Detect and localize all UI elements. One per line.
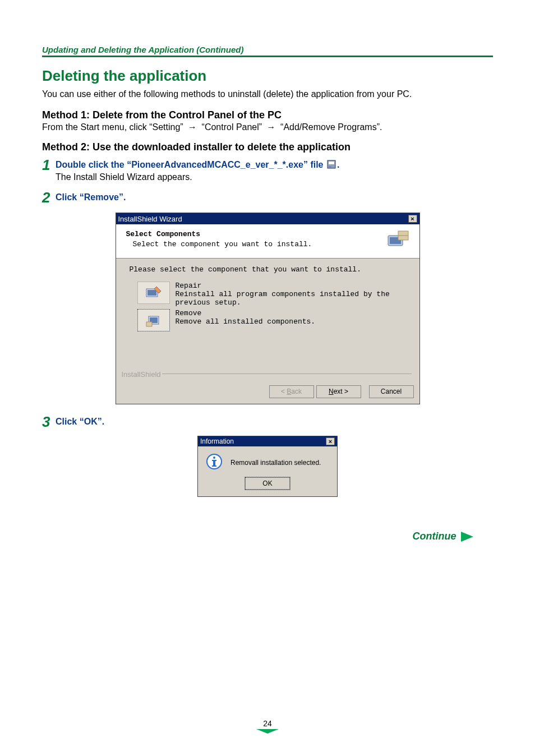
step-1-title-dot: . xyxy=(337,160,339,169)
step-number: 2 xyxy=(42,190,56,205)
info-titlebar: Information × xyxy=(198,436,337,446)
info-title: Information xyxy=(200,437,234,445)
close-icon[interactable]: × xyxy=(408,215,417,223)
method1-p3: “Add/Remove Programs”. xyxy=(280,122,382,132)
step-1-title: Double click the “PioneerAdvancedMCACC_e… xyxy=(56,160,493,171)
step-1-sub: The Install Shield Wizard appears. xyxy=(56,172,493,182)
option-repair[interactable]: Repair Reinstall all program components … xyxy=(126,282,409,307)
wizard-header-title: Select Components xyxy=(126,230,382,238)
svg-rect-16 xyxy=(212,465,216,467)
wizard-instruction: Please select the component that you wan… xyxy=(126,265,409,274)
page-title: Deleting the application xyxy=(42,67,493,85)
svg-text:…: … xyxy=(329,164,331,168)
next-post: ext > xyxy=(334,388,348,395)
remove-desc: Remove all installed components. xyxy=(176,317,316,326)
method1-lead: From the Start menu, click xyxy=(42,122,149,132)
ok-button[interactable]: OK xyxy=(245,477,290,490)
installshield-wizard-dialog: InstallShield Wizard × Select Components… xyxy=(116,213,420,404)
wizard-body: Please select the component that you wan… xyxy=(116,259,419,382)
svg-marker-17 xyxy=(461,532,473,542)
wizard-header: Select Components Select the component y… xyxy=(116,224,419,259)
step-number: 1 xyxy=(42,158,56,172)
back-post: ack xyxy=(291,388,302,395)
repair-icon xyxy=(137,282,170,304)
step-3-title: Click “OK”. xyxy=(56,417,493,427)
svg-point-13 xyxy=(213,457,215,459)
page-number-text: 24 xyxy=(263,719,272,728)
method1-body: From the Start menu, click “Setting” → “… xyxy=(42,122,493,132)
wizard-title: InstallShield Wizard xyxy=(118,215,182,223)
remove-title: Remove xyxy=(176,309,316,317)
arrow-icon: → xyxy=(267,122,276,132)
installshield-brand: InstallShield xyxy=(122,370,161,379)
svg-rect-8 xyxy=(147,290,156,296)
wizard-footer: < Back Next > Cancel xyxy=(116,382,419,404)
close-icon[interactable]: × xyxy=(326,437,335,445)
svg-marker-18 xyxy=(256,729,279,734)
svg-rect-15 xyxy=(212,460,216,461)
step-1-title-text: Double click the “PioneerAdvancedMCACC_e… xyxy=(56,160,326,169)
step-3: 3 Click “OK”. xyxy=(42,414,493,429)
information-dialog: Information × Removall installation sele… xyxy=(197,436,338,497)
continue-link[interactable]: Continue xyxy=(42,531,493,542)
step-1: 1 Double click the “PioneerAdvancedMCACC… xyxy=(42,158,493,182)
remove-icon xyxy=(137,309,170,331)
next-button[interactable]: Next > xyxy=(316,385,361,398)
page-number: 24 xyxy=(0,719,535,734)
back-button: < Back xyxy=(269,385,314,398)
method1-title: Method 1: Delete from the Control Panel … xyxy=(42,109,493,121)
section-header: Updating and Deleting the Application (C… xyxy=(42,45,493,57)
arrow-icon: → xyxy=(188,122,197,132)
page-number-ornament-icon xyxy=(256,729,279,734)
intro-text: You can use either of the following meth… xyxy=(42,89,493,99)
method1-p2: “Control Panel” xyxy=(202,122,262,132)
info-message: Removall installation selected. xyxy=(230,459,321,467)
info-icon xyxy=(206,453,223,472)
method1-p1: “Setting” xyxy=(149,122,183,132)
separator-line xyxy=(162,374,412,374)
svg-rect-11 xyxy=(146,322,152,326)
triangle-arrow-icon xyxy=(461,532,473,542)
computer-box-icon xyxy=(387,230,409,252)
wizard-titlebar: InstallShield Wizard × xyxy=(116,213,419,224)
option-remove[interactable]: Remove Remove all installed components. xyxy=(126,309,409,331)
next-u: N xyxy=(329,388,334,395)
step-2: 2 Click “Remove”. xyxy=(42,190,493,205)
exe-file-icon: … xyxy=(327,160,336,171)
continue-label: Continue xyxy=(413,531,456,542)
wizard-header-sub: Select the component you want to install… xyxy=(126,240,382,248)
step-number: 3 xyxy=(42,414,56,429)
repair-desc: Reinstall all program components install… xyxy=(176,290,409,307)
step-2-title: Click “Remove”. xyxy=(56,192,493,202)
back-pre: < xyxy=(281,388,287,395)
cancel-button[interactable]: Cancel xyxy=(369,385,414,398)
method2-title: Method 2: Use the downloaded installer t… xyxy=(42,141,493,153)
repair-title: Repair xyxy=(176,282,409,290)
